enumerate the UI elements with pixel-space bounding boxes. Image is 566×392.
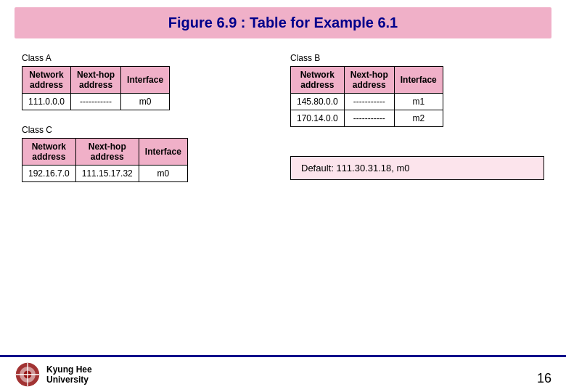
table-cell: ----------- [344,110,394,127]
class-a-label: Class A [22,53,276,63]
table-cell: ----------- [344,94,394,110]
table-row: 145.80.0.0-----------m1 [291,94,443,110]
class-c-label: Class C [22,125,276,135]
table-cell: m2 [394,110,443,127]
class-c-block: Class C Networkaddress Next-hopaddress I… [22,125,276,182]
class-a-block: Class A Networkaddress Next-hopaddress I… [22,53,276,110]
university-logo [15,362,41,388]
table-cell: m0 [139,166,187,182]
class-c-header-network: Networkaddress [22,139,76,166]
slide-title: Figure 6.9 : Table for Example 6.1 [15,7,551,38]
class-b-block: Class B Networkaddress Next-hopaddress I… [290,53,544,127]
class-a-header-nexthop: Next-hopaddress [71,67,121,94]
table-row: 192.16.7.0111.15.17.32m0 [22,166,188,182]
left-section: Class A Networkaddress Next-hopaddress I… [22,53,276,182]
table-cell: 111.15.17.32 [75,166,139,182]
class-c-table: Networkaddress Next-hopaddress Interface… [22,138,188,182]
class-c-header-nexthop: Next-hopaddress [75,139,139,166]
class-a-header-network: Networkaddress [22,67,71,94]
class-a-table: Networkaddress Next-hopaddress Interface… [22,66,170,110]
table-row: 111.0.0.0-----------m0 [22,94,170,110]
footer: Kyung HeeUniversity 16 [0,355,566,392]
table-cell: m0 [121,94,170,110]
table-row: 170.14.0.0-----------m2 [291,110,443,127]
class-a-header-interface: Interface [121,67,170,94]
class-c-header-interface: Interface [139,139,187,166]
university-name: Kyung HeeUniversity [46,364,92,385]
table-cell: 170.14.0.0 [291,110,345,127]
table-cell: m1 [394,94,443,110]
table-cell: 111.0.0.0 [22,94,71,110]
class-b-header-network: Networkaddress [291,67,345,94]
class-b-header-nexthop: Next-hopaddress [344,67,394,94]
default-entry: Default: 111.30.31.18, m0 [290,156,544,180]
class-b-table: Networkaddress Next-hopaddress Interface… [290,66,443,127]
table-cell: 145.80.0.0 [291,94,345,110]
class-b-header-interface: Interface [394,67,443,94]
table-cell: 192.16.7.0 [22,166,76,182]
page-number: 16 [537,371,551,386]
table-cell: ----------- [71,94,121,110]
class-b-label: Class B [290,53,544,63]
right-section: Class B Networkaddress Next-hopaddress I… [290,53,544,182]
